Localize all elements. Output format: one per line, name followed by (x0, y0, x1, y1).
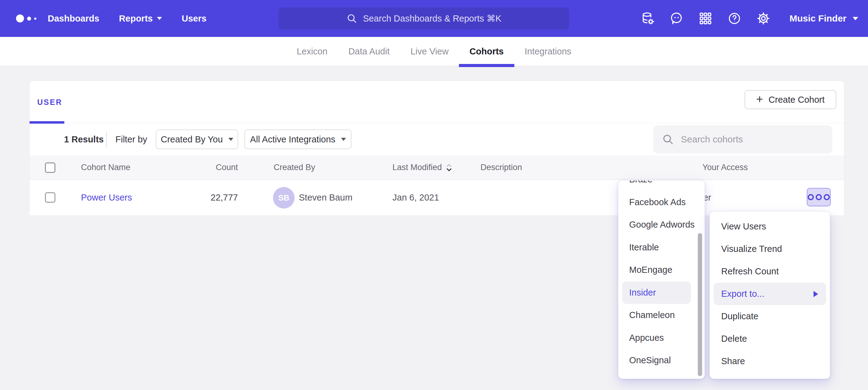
column-count-label: Count (216, 163, 238, 172)
active-tab-underline (459, 64, 514, 67)
nav-utility-area: Music Finder (641, 0, 858, 37)
cohort-search-box (653, 125, 832, 154)
submenu-item-insider[interactable]: Insider (622, 282, 691, 304)
submenu-item-braze[interactable]: Braze (618, 180, 705, 191)
logo-dot-medium (27, 17, 31, 21)
row-checkbox[interactable] (45, 192, 55, 203)
help-icon[interactable] (727, 11, 742, 26)
brand-logo-icon[interactable] (16, 0, 36, 37)
settings-gear-icon[interactable] (756, 11, 770, 26)
submenu-item-braze-label: Braze (629, 180, 653, 185)
tab-live-view[interactable]: Live View (400, 37, 459, 66)
export-submenu-list: Braze Facebook Ads Google Adwords Iterab… (618, 180, 705, 372)
feedback-chat-icon[interactable] (670, 11, 684, 26)
column-description-label: Description (480, 163, 522, 172)
chevron-down-icon (157, 17, 162, 20)
tab-user-label: USER (37, 98, 62, 107)
tab-live-view-label: Live View (411, 46, 449, 56)
chevron-down-icon (341, 138, 346, 141)
avatar: SB (273, 187, 294, 208)
tab-cohorts[interactable]: Cohorts (459, 37, 514, 66)
context-item-share[interactable]: Share (710, 350, 830, 372)
last-modified-value: Jan 6, 2021 (393, 193, 439, 203)
context-item-refresh-count-label: Refresh Count (721, 266, 779, 277)
submenu-item-moengage-label: MoEngage (629, 265, 672, 275)
cohort-type-tabstrip: USER + Create Cohort (30, 81, 844, 123)
column-cohort-name-label: Cohort Name (81, 163, 130, 172)
submenu-scrollbar-thumb[interactable] (698, 233, 702, 376)
submenu-item-appcues-label: Appcues (629, 333, 664, 343)
cohort-name-link[interactable]: Power Users (81, 193, 132, 203)
apps-grid-icon[interactable] (699, 11, 713, 26)
column-count[interactable]: Count (177, 155, 238, 180)
created-by-value: Steven Baum (299, 193, 352, 203)
column-last-modified-label: Last Modified (393, 163, 442, 172)
logo-dot-small (34, 18, 36, 20)
cohort-search-input[interactable] (681, 125, 826, 154)
tab-lexicon[interactable]: Lexicon (286, 37, 338, 66)
context-item-duplicate-label: Duplicate (721, 311, 758, 321)
integrations-filter-label: All Active Integrations (250, 134, 335, 144)
context-item-delete[interactable]: Delete (710, 328, 830, 350)
export-submenu: Braze Facebook Ads Google Adwords Iterab… (618, 180, 705, 379)
column-cohort-name[interactable]: Cohort Name (81, 155, 130, 180)
more-dots-icon (808, 194, 814, 200)
submenu-item-moengage[interactable]: MoEngage (618, 259, 705, 282)
submenu-item-iterable[interactable]: Iterable (618, 236, 705, 259)
data-management-icon[interactable] (641, 11, 655, 26)
select-all-checkbox[interactable] (45, 162, 55, 173)
column-created-by-label: Created By (274, 163, 315, 172)
nav-dashboards-label: Dashboards (48, 13, 99, 24)
tab-lexicon-label: Lexicon (297, 46, 328, 56)
column-created-by[interactable]: Created By (274, 155, 315, 180)
context-item-visualize-trend[interactable]: Visualize Trend (710, 238, 830, 260)
submenu-item-appcues[interactable]: Appcues (618, 327, 705, 349)
context-item-refresh-count[interactable]: Refresh Count (710, 260, 830, 283)
create-cohort-button[interactable]: + Create Cohort (745, 90, 836, 109)
row-more-actions-button[interactable] (807, 188, 831, 206)
context-item-duplicate[interactable]: Duplicate (710, 305, 830, 328)
submenu-arrow-icon (813, 291, 818, 297)
nav-reports[interactable]: Reports (119, 13, 162, 24)
table-row: Power Users 22,777 SB Steven Baum Jan 6,… (30, 180, 844, 215)
submenu-item-onesignal[interactable]: OneSignal (618, 349, 705, 372)
tab-integrations-label: Integrations (525, 46, 571, 56)
nav-dashboards[interactable]: Dashboards (48, 13, 99, 24)
column-description[interactable]: Description (480, 155, 522, 180)
section-tabs: Lexicon Data Audit Live View Cohorts Int… (0, 37, 868, 66)
context-item-export-to-label: Export to... (721, 289, 764, 299)
submenu-item-google-adwords[interactable]: Google Adwords (618, 214, 705, 236)
context-item-view-users[interactable]: View Users (710, 215, 830, 238)
project-switcher[interactable]: Music Finder (789, 13, 858, 24)
global-search-placeholder: Search Dashboards & Reports ⌘K (363, 13, 501, 24)
sort-icon (445, 163, 453, 172)
submenu-item-facebook-ads[interactable]: Facebook Ads (618, 191, 705, 214)
column-your-access-label: Your Access (703, 163, 748, 172)
project-name: Music Finder (789, 13, 846, 24)
context-item-export-to[interactable]: Export to... (713, 283, 826, 305)
context-item-share-label: Share (721, 356, 745, 366)
tab-data-audit[interactable]: Data Audit (338, 37, 400, 66)
filter-toolbar: 1 Results Filter by Created By You All A… (30, 123, 844, 155)
plus-icon: + (756, 93, 763, 105)
tab-user-cohorts[interactable]: USER (37, 81, 62, 123)
created-by-filter-dropdown[interactable]: Created By You (156, 129, 238, 149)
context-item-delete-label: Delete (721, 334, 747, 344)
divider (106, 131, 107, 147)
context-item-visualize-trend-label: Visualize Trend (721, 244, 782, 254)
integrations-filter-dropdown[interactable]: All Active Integrations (244, 129, 351, 149)
column-your-access[interactable]: Your Access (703, 155, 748, 180)
submenu-item-google-adwords-label: Google Adwords (629, 220, 695, 230)
global-search-input[interactable]: Search Dashboards & Reports ⌘K (279, 7, 569, 30)
nav-users[interactable]: Users (182, 13, 207, 24)
chevron-down-icon (228, 138, 233, 141)
tab-integrations[interactable]: Integrations (514, 37, 582, 66)
search-icon (346, 13, 358, 24)
tab-data-audit-label: Data Audit (348, 46, 390, 56)
primary-nav: Dashboards Reports Users (48, 0, 207, 37)
submenu-item-chameleon[interactable]: Chameleon (618, 304, 705, 327)
created-by-filter-label: Created By You (161, 134, 223, 144)
submenu-item-chameleon-label: Chameleon (629, 310, 675, 320)
column-last-modified[interactable]: Last Modified (393, 155, 453, 180)
context-menu-list: View Users Visualize Trend Refresh Count… (710, 215, 830, 372)
